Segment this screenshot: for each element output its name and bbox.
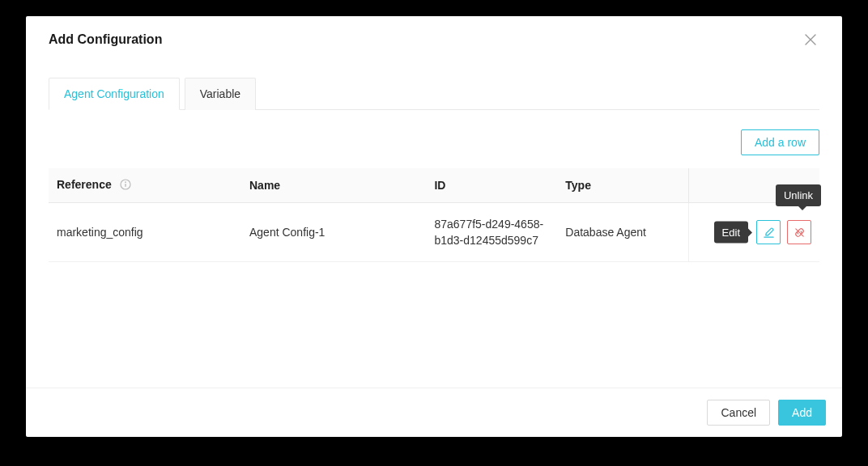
tab-agent-configuration[interactable]: Agent Configuration xyxy=(49,78,180,110)
info-icon[interactable] xyxy=(120,179,131,193)
modal-header: Add Configuration xyxy=(26,16,842,61)
edit-icon xyxy=(763,227,775,239)
add-row-button[interactable]: Add a row xyxy=(741,129,819,155)
tabs: Agent Configuration Variable xyxy=(49,78,819,110)
table-row: marketing_config Agent Config-1 87a677f5… xyxy=(49,202,819,262)
add-configuration-modal: Add Configuration Agent Configuration Va… xyxy=(26,16,842,437)
tab-variable[interactable]: Variable xyxy=(185,78,256,110)
unlink-tooltip: Unlink xyxy=(776,184,821,206)
cell-name: Agent Config-1 xyxy=(241,202,426,262)
col-header-type: Type xyxy=(557,168,688,202)
add-button[interactable]: Add xyxy=(778,400,826,426)
cell-id-text: 87a677f5-d249-4658-b1d3-d12455d599c7 xyxy=(434,216,549,249)
close-button[interactable] xyxy=(802,31,819,49)
cell-actions: Edit Unlink xyxy=(688,202,819,262)
edit-tooltip: Edit xyxy=(714,222,748,244)
cell-type: Database Agent xyxy=(557,202,688,262)
close-icon xyxy=(805,34,816,45)
svg-point-1 xyxy=(125,181,126,183)
modal-body: Agent Configuration Variable Add a row R… xyxy=(26,61,842,388)
col-header-reference-label: Reference xyxy=(57,178,112,191)
col-header-name: Name xyxy=(241,168,426,202)
col-header-id: ID xyxy=(426,168,557,202)
modal-footer: Cancel Add xyxy=(26,388,842,437)
svg-rect-2 xyxy=(125,184,126,187)
cell-reference: marketing_config xyxy=(49,202,241,262)
cell-id: 87a677f5-d249-4658-b1d3-d12455d599c7 xyxy=(426,202,557,262)
modal-title: Add Configuration xyxy=(49,32,162,47)
unlink-icon xyxy=(794,227,806,239)
config-table: Reference Name ID Type marketing_config … xyxy=(49,168,819,262)
cancel-button[interactable]: Cancel xyxy=(707,400,770,426)
col-header-reference: Reference xyxy=(49,168,241,202)
edit-button[interactable] xyxy=(756,220,781,244)
table-toolbar: Add a row xyxy=(49,129,819,155)
unlink-button[interactable] xyxy=(787,220,811,244)
